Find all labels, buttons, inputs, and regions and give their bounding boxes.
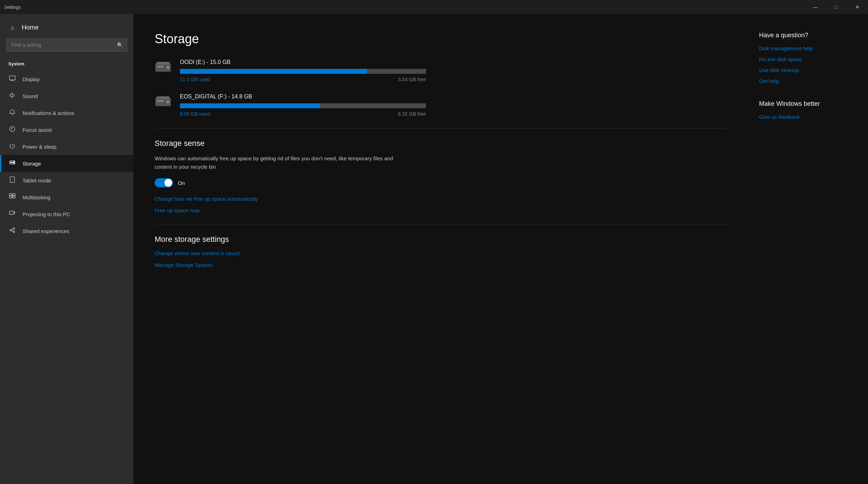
help-links: Disk management helpFix low disk spaceUs… [759, 45, 857, 84]
sidebar-item-storage[interactable]: Storage [0, 155, 134, 172]
page-title: Storage [155, 32, 727, 46]
sidebar-item-sound[interactable]: Sound [0, 88, 134, 104]
svg-rect-29 [157, 101, 164, 102]
svg-point-19 [13, 231, 15, 233]
svg-rect-11 [9, 196, 12, 198]
search-icon: 🔍 [117, 42, 123, 48]
sidebar-item-label: Display [22, 76, 40, 82]
drive-info-1: EOS_DIGITAL (F:) - 14.8 GB 8.50 GB used … [180, 93, 426, 117]
svg-line-15 [14, 213, 15, 214]
sidebar-item-tablet[interactable]: Tablet mode [0, 172, 134, 189]
sidebar-item-label: Notifications & actions [22, 110, 75, 116]
sidebar-item-notifications[interactable]: Notifications & actions [0, 104, 134, 121]
svg-rect-13 [9, 211, 14, 214]
svg-rect-12 [13, 196, 15, 198]
change-content-link[interactable]: Change where new content is saved [155, 250, 727, 256]
toggle-knob [164, 179, 172, 187]
drive-name-1: EOS_DIGITAL (F:) - 14.8 GB [180, 93, 426, 100]
drive-stats-1: 8.50 GB used 6.32 GB free [180, 111, 426, 117]
projecting-icon [8, 210, 16, 218]
toggle-label: On [178, 180, 185, 186]
sidebar-item-shared[interactable]: Shared experiences [0, 222, 134, 239]
help-link-0[interactable]: Disk management help [759, 45, 857, 51]
more-settings-title: More storage settings [155, 235, 727, 244]
close-button[interactable]: ✕ [847, 0, 868, 14]
sidebar-item-label: Sound [22, 93, 38, 99]
svg-point-28 [167, 101, 169, 103]
svg-point-18 [13, 228, 15, 230]
app-body: ⌂ Home 🔍 System Display Sound Notificati… [0, 14, 868, 484]
svg-rect-9 [9, 194, 12, 195]
tablet-icon [8, 176, 16, 184]
system-section-title: System [0, 59, 134, 71]
drive-icon-1 [155, 95, 171, 111]
svg-point-5 [14, 161, 15, 162]
help-link-1[interactable]: Fix low disk space [759, 56, 857, 62]
notifications-icon [8, 109, 16, 117]
drives-list: OODI (E:) - 15.0 GB 11.5 GB used 3.54 GB… [155, 59, 727, 117]
storage-sense-toggle-row: On [155, 178, 727, 187]
storage-icon [8, 160, 16, 167]
drive-item-0: OODI (E:) - 15.0 GB 11.5 GB used 3.54 GB… [155, 59, 727, 82]
home-label: Home [22, 24, 39, 31]
drive-free-0: 3.54 GB free [398, 77, 426, 82]
sidebar-home-button[interactable]: ⌂ Home [0, 14, 134, 38]
free-up-space-link[interactable]: Free up space now [155, 207, 727, 213]
storage-sense-title: Storage sense [155, 139, 727, 148]
manage-storage-link[interactable]: Manage Storage Spaces [155, 262, 727, 268]
sidebar-item-label: Power & sleep [22, 144, 57, 150]
svg-line-14 [14, 212, 15, 212]
storage-sense-desc: Windows can automatically free up space … [155, 154, 401, 171]
svg-rect-0 [9, 76, 15, 80]
help-link-2[interactable]: Use disk cleanup [759, 67, 857, 73]
svg-line-21 [12, 231, 13, 232]
svg-point-24 [167, 66, 169, 69]
sidebar-item-power[interactable]: Power & sleep [0, 138, 134, 155]
titlebar: Settings — □ ✕ [0, 0, 868, 14]
sound-icon [8, 92, 16, 100]
windows-links: Give us feedback [759, 114, 857, 120]
nav-list: Display Sound Notifications & actions Fo… [0, 71, 134, 239]
svg-rect-25 [157, 66, 164, 67]
drive-bar-1 [180, 103, 426, 108]
sidebar-item-label: Focus assist [22, 127, 52, 133]
sidebar-item-projecting[interactable]: Projecting to this PC [0, 206, 134, 222]
sidebar-item-label: Storage [22, 161, 41, 167]
maximize-button[interactable]: □ [826, 0, 847, 14]
drive-free-1: 6.32 GB free [398, 111, 426, 117]
display-icon [8, 75, 16, 83]
sidebar-item-display[interactable]: Display [0, 71, 134, 88]
sidebar-item-focus[interactable]: Focus assist [0, 121, 134, 138]
drive-used-0: 11.5 GB used [180, 77, 210, 82]
storage-sense-toggle[interactable] [155, 178, 173, 187]
sidebar-item-label: Projecting to this PC [22, 211, 70, 217]
svg-rect-10 [13, 194, 15, 195]
home-icon: ⌂ [8, 25, 16, 31]
windows-better-title: Make Windows better [759, 100, 857, 108]
titlebar-title: Settings [4, 5, 21, 10]
minimize-button[interactable]: — [805, 0, 826, 14]
svg-point-17 [10, 230, 12, 231]
sidebar: ⌂ Home 🔍 System Display Sound Notificati… [0, 14, 134, 484]
svg-rect-27 [157, 96, 169, 99]
focus-icon [8, 126, 16, 134]
drive-used-1: 8.50 GB used [180, 111, 210, 117]
change-space-link[interactable]: Change how we free up space automaticall… [155, 196, 727, 202]
windows-link-0[interactable]: Give us feedback [759, 114, 857, 120]
multitasking-icon [8, 193, 16, 201]
sidebar-item-label: Shared experiences [22, 228, 69, 234]
drive-info-0: OODI (E:) - 15.0 GB 11.5 GB used 3.54 GB… [180, 59, 426, 82]
help-link-3[interactable]: Get help [759, 78, 857, 84]
svg-point-6 [14, 163, 15, 164]
drive-item-1: EOS_DIGITAL (F:) - 14.8 GB 8.50 GB used … [155, 93, 727, 117]
drive-stats-0: 11.5 GB used 3.54 GB free [180, 77, 426, 82]
sidebar-item-multitasking[interactable]: Multitasking [0, 189, 134, 206]
help-title: Have a question? [759, 32, 857, 39]
search-input[interactable] [6, 38, 127, 52]
svg-rect-23 [157, 62, 169, 65]
power-icon [8, 143, 16, 150]
shared-icon [8, 227, 16, 235]
drive-icon-0 [155, 60, 171, 76]
sidebar-search: 🔍 [6, 38, 127, 52]
drive-name-0: OODI (E:) - 15.0 GB [180, 59, 426, 65]
